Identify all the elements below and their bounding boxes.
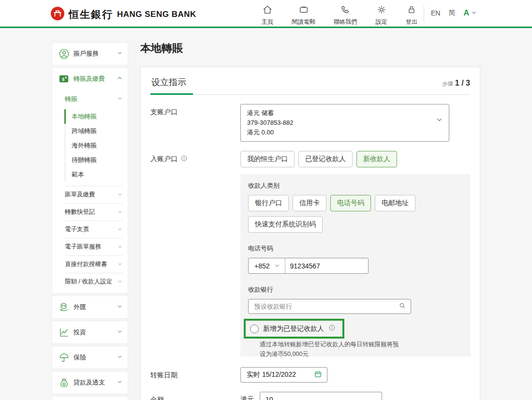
tab-my-hangseng-account[interactable]: 我的恒生户口 [240, 151, 295, 167]
nav-logout[interactable]: 登出 [406, 4, 417, 26]
calendar-icon[interactable] [314, 370, 322, 380]
bank-logo[interactable]: 恒生銀行 HANG SENG BANK [50, 6, 196, 23]
nav-settings[interactable]: 設定 [376, 4, 387, 26]
svg-text:$: $ [62, 77, 64, 82]
header-nav: 主頁 閱讀電郵 聯絡我們 設定 [262, 4, 417, 26]
payee-type-row-1: 银行户口 信用卡 电话号码 电邮地址 [248, 195, 463, 211]
chevron-down-icon [117, 260, 123, 269]
transfer-date-input[interactable]: 实时 15/12/2022 [240, 367, 327, 383]
page-title: 本地轉賬 [140, 41, 480, 56]
payee-type-row-2: 快速支付系统识别码 [248, 216, 463, 233]
sidebar-item-transfer-group[interactable]: 轉賬 [65, 90, 123, 108]
sidebar-item-echeque[interactable]: 電子支票 [65, 221, 123, 238]
language-controls: EN 简 A [431, 9, 477, 17]
credit-account-label: 入账户口 [150, 155, 177, 163]
chevron-up-icon [117, 74, 123, 83]
sidebar-item-local-transfer[interactable]: 本地轉賬 [64, 109, 123, 124]
type-phone-number[interactable]: 电话号码 [330, 195, 371, 211]
tab-registered-payee[interactable]: 已登记收款人 [298, 151, 353, 167]
payee-type-label: 收款人类别 [248, 181, 463, 190]
font-size-control[interactable]: A [463, 9, 477, 17]
sidebar-item-limit-payee-settings[interactable]: 限額 / 收款人設定 [65, 273, 123, 290]
gear-icon [376, 4, 387, 17]
type-fps-id[interactable]: 快速支付系统识别码 [248, 216, 323, 233]
sidebar-item-investment[interactable]: 投資 [52, 321, 128, 343]
register-payee-checkbox[interactable] [250, 325, 259, 333]
sidebar-item-foreign-exchange[interactable]: FX 外匯 [52, 296, 128, 318]
sidebar-item-estatement[interactable]: 電子賬單服務 [65, 238, 123, 255]
bank-name-english: HANG SENG BANK [117, 10, 196, 19]
credit-account-row: 入账户口 我的恒生户口 已登记收款人 新收款人 [150, 151, 470, 167]
transfer-submenu: 轉賬 本地轉賬 跨域轉賬 海外轉賬 待辦轉賬 範本 賬單及繳費 [52, 90, 128, 293]
chevron-down-icon [117, 225, 123, 234]
chevron-down-icon [117, 49, 123, 58]
account-balance: 港元 0.00 [247, 128, 432, 137]
main-content: 本地轉賬 设立指示 步骤1 / 3 支账户口 港元 储蓄 379-307853-… [140, 41, 480, 400]
chevron-down-icon [117, 208, 123, 217]
info-icon[interactable] [180, 155, 188, 163]
phone-icon [340, 4, 351, 17]
tab-new-payee[interactable]: 新收款人 [356, 151, 397, 167]
register-payee-note: 通过本地转账新增已登记收款人的每日转账限额将预 设为港币50,000元 [260, 340, 463, 359]
person-circle-icon [58, 48, 70, 59]
sidebar-item-direct-debit[interactable]: 直接付款授權書 [65, 255, 123, 273]
chevron-down-icon [471, 9, 477, 17]
chevron-down-icon [117, 191, 123, 199]
sidebar-item-overseas-transfer[interactable]: 海外轉賬 [65, 138, 123, 153]
banking-app-window: 恒生銀行 HANG SENG BANK 主頁 閱讀電郵 聯絡我們 [0, 0, 532, 400]
nav-contact-us[interactable]: 聯絡我們 [334, 4, 357, 26]
chevron-down-icon [117, 303, 123, 311]
amount-row: 金额 港元 [150, 392, 470, 400]
sidebar-item-bills-payments[interactable]: 賬單及繳費 [65, 186, 123, 203]
step-indicator: 步骤1 / 3 [443, 79, 470, 94]
sidebar-item-insurance[interactable]: 保險 [52, 346, 128, 369]
lang-simplified-button[interactable]: 简 [448, 9, 455, 17]
chevron-down-icon [274, 262, 280, 270]
nav-home[interactable]: 主頁 [262, 4, 273, 26]
sidebar-item-mortgage[interactable]: % 按揭 [52, 397, 128, 400]
svg-text:FX: FX [61, 304, 66, 308]
amount-input[interactable] [260, 392, 382, 400]
chevron-up-icon [117, 95, 123, 104]
phone-number-input[interactable] [285, 258, 368, 273]
moneybag-icon [58, 377, 70, 388]
sidebar-item-templates[interactable]: 範本 [65, 167, 123, 182]
header-divider [424, 6, 424, 22]
type-bank-account[interactable]: 银行户口 [248, 195, 289, 211]
bank-search-input[interactable] [249, 303, 399, 310]
lang-english-button[interactable]: EN [431, 9, 440, 17]
nav-read-mail[interactable]: 閱讀電郵 [292, 4, 315, 26]
transfer-money-icon: $ [58, 74, 70, 84]
sidebar-item-cross-boundary-transfer[interactable]: 跨域轉賬 [65, 124, 123, 138]
currency-label: 港元 [240, 395, 254, 400]
card-title: 设立指示 [150, 76, 193, 95]
sidebar-item-fps-registration[interactable]: 轉數快登記 [65, 203, 123, 221]
dial-code-select[interactable]: +852 [249, 258, 285, 273]
hang-seng-logo-icon [50, 6, 65, 23]
lock-icon [406, 4, 417, 17]
sidebar-menu: 賬戶服務 $ 轉賬及繳費 轉賬 [52, 42, 128, 400]
home-icon [262, 4, 273, 17]
card-header: 设立指示 步骤1 / 3 [150, 76, 470, 95]
mail-icon [298, 4, 309, 17]
sidebar-item-account-services[interactable]: 賬戶服務 [52, 43, 128, 65]
bank-search-box [248, 299, 411, 314]
amount-label: 金额 [150, 392, 240, 400]
debit-account-row: 支账户口 港元 储蓄 379-307853-882 港元 0.00 [150, 104, 470, 142]
chevron-down-icon [117, 353, 123, 362]
sidebar-item-pending-transfer[interactable]: 待辦轉賬 [65, 153, 123, 167]
transfer-sub-list: 本地轉賬 跨域轉賬 海外轉賬 待辦轉賬 範本 [65, 109, 123, 182]
search-icon[interactable] [399, 302, 406, 311]
debit-account-select[interactable]: 港元 储蓄 379-307853-882 港元 0.00 [240, 104, 449, 142]
type-email-address[interactable]: 电邮地址 [375, 195, 415, 211]
annotation-highlight-box: 新增为已登记收款人 [244, 319, 344, 339]
sidebar-item-transfer-payments[interactable]: $ 轉賬及繳費 [52, 68, 128, 90]
sidebar-item-loans-overdraft[interactable]: 貸款及透支 [52, 371, 128, 394]
setup-instruction-card: 设立指示 步骤1 / 3 支账户口 港元 储蓄 379-307853-882 港… [140, 67, 480, 400]
type-credit-card[interactable]: 信用卡 [293, 195, 326, 211]
info-icon[interactable] [328, 324, 336, 333]
account-currency-type: 港元 储蓄 [247, 108, 432, 118]
step-label: 步骤 [443, 81, 453, 87]
chevron-down-icon [117, 243, 123, 252]
step-value: 1 / 3 [455, 79, 470, 87]
